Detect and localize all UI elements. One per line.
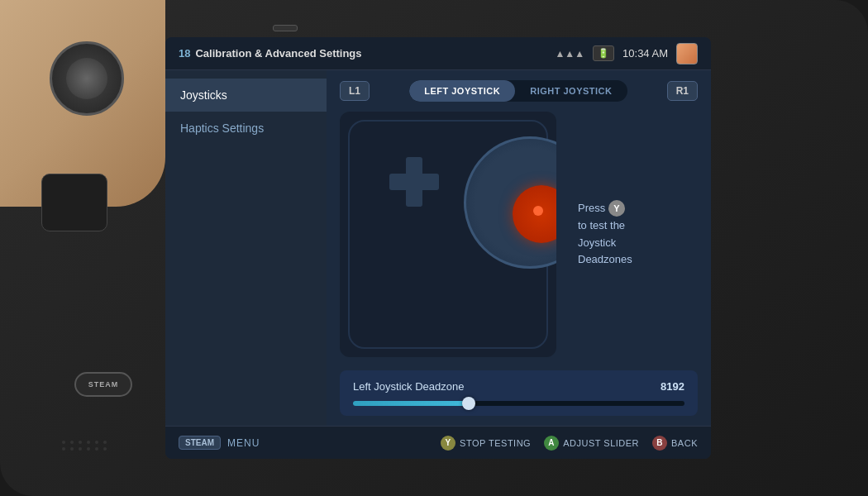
tab-group: LEFT JOYSTICK RIGHT JOYSTICK [409, 80, 627, 102]
slider-fill [353, 401, 469, 406]
deadzone-section: Left Joystick Deadzone 8192 [340, 370, 698, 416]
deadzone-header: Left Joystick Deadzone 8192 [353, 380, 684, 393]
left-touchpad[interactable] [41, 174, 107, 231]
bottom-bar: STEAM MENU Y STOP TESTING A ADJUST SLIDE… [165, 426, 711, 459]
joystick-dot [533, 206, 543, 216]
sidebar-item-joysticks[interactable]: Joysticks [165, 79, 327, 112]
tab-bar: L1 LEFT JOYSTICK RIGHT JOYSTICK R1 [340, 80, 698, 102]
joystick-label: Joystick [578, 236, 616, 249]
device-shell: STEAM 18Calibration & Advanced Settings … [0, 0, 868, 496]
l1-button[interactable]: L1 [340, 81, 370, 101]
y-button-icon: Y [441, 436, 455, 451]
page-title: 18Calibration & Advanced Settings [179, 47, 362, 60]
speaker-grille-left [62, 441, 108, 451]
page-number: 18 [179, 47, 190, 60]
usb-port [273, 25, 298, 31]
screen-content: Joysticks Haptics Settings L1 LEFT JOYST… [165, 70, 711, 426]
info-text: Press Y to test the Joystick Deadzones [578, 200, 632, 269]
steam-menu: STEAM MENU [179, 436, 260, 450]
adjust-slider-label: ADJUST SLIDER [563, 438, 639, 448]
info-box: Press Y to test the Joystick Deadzones [570, 112, 698, 357]
battery-icon: 🔋 [593, 45, 614, 61]
content-area: Press Y to test the Joystick Deadzones [340, 112, 698, 357]
slider-thumb[interactable] [462, 397, 475, 410]
deadzones-label: Deadzones [578, 253, 632, 265]
left-joystick-physical[interactable] [50, 41, 124, 116]
joystick-visualization [340, 112, 556, 357]
wifi-icon: ▲▲▲ [555, 48, 584, 60]
screen-header: 18Calibration & Advanced Settings ▲▲▲ 🔋 … [165, 37, 711, 70]
tab-right-joystick[interactable]: RIGHT JOYSTICK [515, 80, 627, 102]
steam-button[interactable]: STEAM [74, 372, 132, 397]
avatar [676, 43, 698, 64]
menu-text: MENU [227, 437, 260, 449]
adjust-slider-action[interactable]: A ADJUST SLIDER [544, 436, 639, 451]
back-action[interactable]: B BACK [652, 436, 698, 451]
deadzone-value: 8192 [661, 380, 684, 393]
main-panel: L1 LEFT JOYSTICK RIGHT JOYSTICK R1 [327, 70, 711, 426]
back-label: BACK [671, 438, 698, 448]
a-button-icon: A [544, 436, 559, 451]
stop-testing-label: STOP TESTING [460, 438, 531, 448]
b-button-icon: B [652, 436, 667, 451]
time-display: 10:34 AM [622, 47, 668, 60]
header-right: ▲▲▲ 🔋 10:34 AM [555, 43, 698, 64]
steam-badge[interactable]: STEAM [179, 436, 221, 450]
y-button-indicator: Y [608, 200, 625, 217]
deadzone-label: Left Joystick Deadzone [353, 380, 464, 393]
screen: 18Calibration & Advanced Settings ▲▲▲ 🔋 … [165, 37, 711, 459]
sidebar-item-haptics[interactable]: Haptics Settings [165, 112, 327, 145]
bottom-actions: Y STOP TESTING A ADJUST SLIDER B BACK [441, 436, 698, 451]
steam-button-label: STEAM [88, 380, 119, 389]
tab-left-joystick[interactable]: LEFT JOYSTICK [409, 80, 515, 102]
to-test-label: to test the [578, 219, 625, 231]
press-label: Press [578, 202, 608, 214]
deadzone-slider-track[interactable] [353, 401, 684, 406]
r1-button[interactable]: R1 [667, 81, 698, 101]
joystick-position-indicator [513, 185, 556, 243]
sidebar: Joysticks Haptics Settings [165, 70, 327, 426]
stop-testing-action[interactable]: Y STOP TESTING [441, 436, 531, 451]
